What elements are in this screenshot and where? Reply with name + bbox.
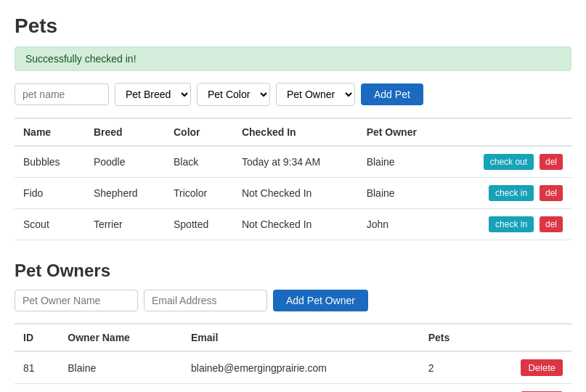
delete-pet-button[interactable]: del — [540, 216, 563, 232]
pet-actions: check in del — [446, 209, 571, 240]
pet-actions: check in del — [446, 178, 571, 209]
owner-email-input[interactable] — [144, 290, 267, 311]
owners-table: ID Owner Name Email Pets 81 Blaine blain… — [15, 323, 571, 392]
pet-color: Spotted — [165, 209, 233, 240]
col-breed: Breed — [85, 118, 165, 146]
owner-actions: Delete — [480, 384, 571, 393]
pet-owner: Blaine — [358, 178, 446, 209]
add-pet-button[interactable]: Add Pet — [361, 83, 423, 105]
owner-name: Blaine — [59, 351, 182, 384]
pet-color: Tricolor — [165, 178, 233, 209]
table-row: 82 John john@gmail.com 1 Delete — [15, 384, 571, 393]
owner-pets: 2 — [420, 351, 480, 384]
pet-checkedin: Not Checked In — [233, 178, 358, 209]
table-row: Fido Shepherd Tricolor Not Checked In Bl… — [15, 178, 571, 209]
owner-email: blaineb@emergingprairie.com — [182, 351, 420, 384]
pet-breed: Poodle — [85, 146, 165, 178]
owner-id: 81 — [15, 351, 59, 384]
pet-breed-select[interactable]: Pet Breed Poodle Shepherd Terrier — [115, 83, 191, 106]
col-pets: Pets — [420, 324, 480, 351]
col-actions — [446, 118, 571, 146]
checkin-button[interactable]: check in — [489, 185, 534, 201]
col-owner-actions — [480, 324, 571, 351]
col-petowner: Pet Owner — [358, 118, 446, 146]
add-owner-button[interactable]: Add Pet Owner — [273, 290, 368, 311]
col-color: Color — [165, 118, 233, 146]
pet-checkedin: Not Checked In — [233, 209, 358, 240]
pets-table: Name Breed Color Checked In Pet Owner Bu… — [15, 118, 571, 240]
owner-actions: Delete — [480, 351, 571, 384]
success-banner: Successfully checked in! — [15, 46, 571, 71]
owners-filter-row: Add Pet Owner — [15, 290, 571, 311]
owner-name: John — [59, 384, 182, 393]
checkin-button[interactable]: check in — [489, 216, 534, 232]
delete-pet-button[interactable]: del — [540, 154, 563, 170]
col-ownername: Owner Name — [59, 324, 182, 351]
pet-breed: Shepherd — [85, 178, 165, 209]
pet-name: Scout — [15, 209, 85, 240]
owner-name-input[interactable] — [15, 290, 138, 311]
owners-title: Pet Owners — [15, 261, 571, 281]
col-checkedin: Checked In — [233, 118, 358, 146]
pet-color-select[interactable]: Pet Color Black Tricolor Spotted — [197, 83, 270, 106]
pets-filter-row: Pet Breed Poodle Shepherd Terrier Pet Co… — [15, 83, 571, 106]
checkout-button[interactable]: check out — [484, 154, 534, 170]
delete-owner-button[interactable]: Delete — [521, 359, 563, 376]
owner-id: 82 — [15, 384, 59, 393]
col-id: ID — [15, 324, 59, 351]
col-name: Name — [15, 118, 85, 146]
delete-pet-button[interactable]: del — [540, 185, 563, 201]
pet-name: Fido — [15, 178, 85, 209]
table-row: 81 Blaine blaineb@emergingprairie.com 2 … — [15, 351, 571, 384]
pet-owner-select[interactable]: Pet Owner Blaine John — [276, 83, 355, 106]
col-email: Email — [182, 324, 420, 351]
pet-owner: Blaine — [358, 146, 446, 178]
pet-checkedin: Today at 9:34 AM — [233, 146, 358, 178]
pet-color: Black — [165, 146, 233, 178]
owner-pets: 1 — [420, 384, 480, 393]
pet-name: Bubbles — [15, 146, 85, 178]
table-row: Bubbles Poodle Black Today at 9:34 AM Bl… — [15, 146, 571, 178]
pet-actions: check out del — [446, 146, 571, 178]
pets-title: Pets — [15, 15, 571, 38]
pet-owner: John — [358, 209, 446, 240]
pet-name-input[interactable] — [15, 83, 109, 105]
owner-email: john@gmail.com — [182, 384, 420, 393]
table-row: Scout Terrier Spotted Not Checked In Joh… — [15, 209, 571, 240]
pet-breed: Terrier — [85, 209, 165, 240]
